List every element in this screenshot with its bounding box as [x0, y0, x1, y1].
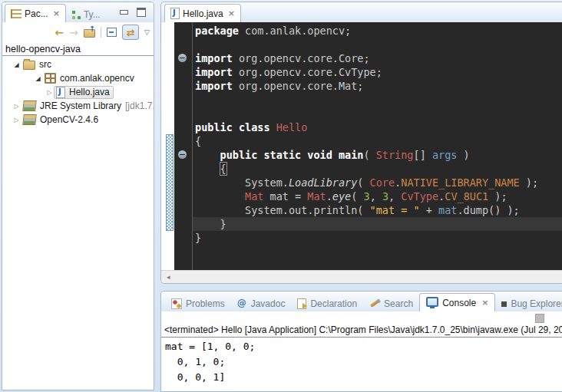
- scroll-left-icon[interactable]: ◂: [167, 273, 170, 281]
- tree-item-suffix: [jdk1.7.0: [125, 100, 154, 111]
- tab-problems[interactable]: Problems: [165, 295, 231, 311]
- close-icon[interactable]: ×: [228, 8, 235, 18]
- toolbar-separator: [101, 27, 101, 38]
- code-token: import: [195, 52, 233, 64]
- code-token: org.opencv.core.CvType;: [233, 66, 382, 78]
- code-token: args: [432, 149, 458, 161]
- code-token: }: [195, 218, 226, 230]
- tree-collapsed-icon[interactable]: ▷: [45, 89, 54, 96]
- library-icon: [22, 100, 36, 111]
- console-output-line-2: 0, 1, 0;: [165, 354, 562, 370]
- tab-ty[interactable]: Ty...: [66, 6, 106, 22]
- code-line-16: }: [195, 231, 562, 245]
- code-token: mat =: [263, 190, 307, 203]
- editor-tabstrip: Hello.java ×: [161, 2, 562, 22]
- type-hierarchy-icon: [71, 10, 81, 19]
- code-token: "mat = ": [370, 204, 420, 216]
- minimize-icon[interactable]: [120, 10, 128, 15]
- tree-collapsed-icon[interactable]: ▷: [12, 103, 21, 110]
- editor-vertical-ruler[interactable]: [161, 22, 174, 271]
- code-token: Mat: [307, 190, 326, 203]
- code-token: (: [363, 149, 375, 161]
- close-icon[interactable]: ×: [53, 8, 60, 18]
- tree-item-group: OpenCV-2.4.6: [21, 114, 102, 126]
- console-status-line: <terminated> Hello [Java Application] C:…: [161, 324, 562, 338]
- code-token: ,: [388, 190, 401, 203]
- code-token: public static void main: [220, 149, 364, 161]
- tree-collapsed-icon[interactable]: ▷: [12, 117, 21, 124]
- editor-fold-gutter[interactable]: [174, 22, 193, 271]
- fold-minus-icon[interactable]: [178, 54, 187, 62]
- collapse-all-icon[interactable]: [107, 28, 117, 37]
- terminate-icon[interactable]: [535, 314, 544, 323]
- code-line-3: import org.opencv.core.Core;: [195, 51, 562, 65]
- back-icon[interactable]: ←: [55, 27, 64, 38]
- code-token: ): [457, 149, 469, 161]
- code-token: LoadLibrary: [289, 176, 357, 189]
- code-token: System.out.println(: [195, 204, 370, 216]
- code-line-11: {: [195, 162, 562, 176]
- code-token: .dump() );: [457, 204, 519, 216]
- javadoc-icon: [237, 298, 247, 308]
- code-line-5: import org.opencv.core.Mat;: [195, 79, 562, 93]
- forward-icon[interactable]: →: [69, 27, 78, 38]
- view-menu-icon[interactable]: ▽: [144, 29, 150, 36]
- tree-item-label: Hello.java: [69, 87, 110, 97]
- project-tree: ◢src◢com.anlak.opencv▷Hello.java▷JRE Sys…: [2, 56, 154, 127]
- tree-item-group: JRE System Library [jdk1.7.0: [21, 100, 154, 112]
- code-token: package: [195, 25, 239, 37]
- code-token: public class: [195, 121, 276, 133]
- declaration-icon: [297, 298, 306, 309]
- code-line-7: [195, 107, 562, 120]
- tree-item-src[interactable]: ◢src: [2, 58, 154, 71]
- tab-bug-explorer[interactable]: Bug Explorer: [495, 295, 562, 311]
- package-icon: [45, 73, 56, 84]
- code-token: import: [195, 80, 233, 92]
- code-token: mat: [438, 204, 457, 216]
- tree-expanded-icon[interactable]: ◢: [34, 75, 42, 82]
- maximize-icon[interactable]: [137, 8, 146, 17]
- package-explorer-icon: [11, 9, 21, 18]
- tab-search[interactable]: Search: [363, 295, 419, 311]
- code-token: +: [420, 204, 438, 216]
- tree-item-jre-system-library[interactable]: ▷JRE System Library [jdk1.7.0: [2, 99, 154, 113]
- library-icon: [22, 114, 36, 125]
- console-toolbar: [161, 311, 562, 324]
- up-icon[interactable]: [84, 29, 95, 38]
- tab-console[interactable]: Console×: [419, 293, 495, 311]
- link-with-editor-button[interactable]: ⇄: [122, 25, 139, 40]
- code-line-12: System.LoadLibrary( Core.NATIVE_LIBRARY_…: [195, 176, 562, 189]
- code-token: Mat: [245, 190, 263, 203]
- search-icon: [369, 298, 380, 308]
- console-output-line-1: mat = [1, 0, 0;: [165, 339, 562, 354]
- code-area[interactable]: package com.anlak.opencv;import org.open…: [193, 22, 562, 271]
- tree-item-hello-java[interactable]: ▷Hello.java: [2, 85, 154, 99]
- console-output[interactable]: mat = [1, 0, 0; 0, 1, 0; 0, 0, 1]: [161, 338, 562, 385]
- tab-hello-java[interactable]: Hello.java ×: [164, 4, 241, 22]
- tab-declaration[interactable]: Declaration: [291, 295, 363, 311]
- console-tabstrip: ProblemsJavadocDeclarationSearchConsole×…: [161, 292, 562, 311]
- tree-item-com-anlak-opencv[interactable]: ◢com.anlak.opencv: [2, 71, 154, 85]
- code-token: {: [220, 163, 226, 175]
- tree-expanded-icon[interactable]: ◢: [12, 61, 21, 68]
- tab-javadoc[interactable]: Javadoc: [231, 295, 292, 311]
- code-line-9: {: [195, 134, 562, 148]
- tab-label: Bug Explorer: [511, 298, 562, 309]
- code-token: com.anlak.opencv;: [239, 25, 351, 37]
- editor-panel: Hello.java × package com.anlak.opencv;im…: [160, 2, 562, 284]
- close-icon[interactable]: ×: [481, 298, 488, 308]
- problems-icon: [171, 298, 182, 309]
- tab-label: Search: [384, 298, 413, 309]
- tree-item-group: src: [21, 58, 55, 71]
- editor-horizontal-scrollbar[interactable]: ◂: [161, 270, 562, 283]
- code-line-14: System.out.println( "mat = " + mat.dump(…: [195, 203, 562, 217]
- code-token: }: [195, 232, 201, 244]
- fold-minus-icon[interactable]: [178, 150, 187, 159]
- code-line-4: import org.opencv.core.CvType;: [195, 65, 562, 79]
- tab-label: Javadoc: [251, 298, 286, 309]
- code-token: System.: [195, 176, 289, 189]
- project-root-label[interactable]: hello-opencv-java: [2, 42, 154, 55]
- tree-item-opencv-2-4-6[interactable]: ▷OpenCV-2.4.6: [2, 113, 154, 127]
- tab-pac[interactable]: Pac...×: [5, 4, 66, 22]
- code-token: NATIVE_LIBRARY_NAME: [401, 176, 519, 189]
